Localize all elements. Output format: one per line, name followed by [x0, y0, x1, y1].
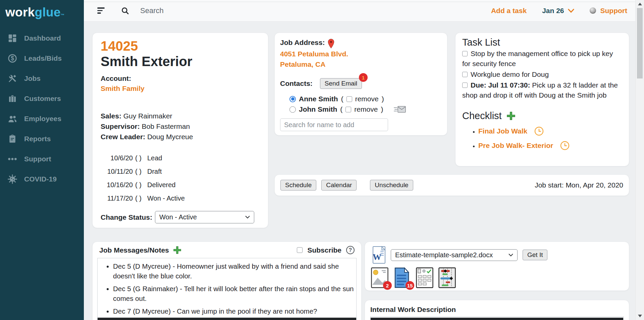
- workglue-logo[interactable]: workglue™: [0, 0, 84, 19]
- sphere-icon: [590, 7, 596, 14]
- job-number: 14025: [101, 38, 260, 54]
- search-input[interactable]: [140, 6, 355, 15]
- status-history-row: 10/16/20( )Delivered: [101, 178, 260, 192]
- account-link[interactable]: Smith Family: [101, 85, 145, 93]
- sidebar-item-support[interactable]: Support: [0, 149, 84, 169]
- documents-card: W Estimate-template-sample2.docx Get It …: [365, 242, 629, 291]
- messages-scroll-box[interactable]: Dec 5 (D Mycreue) - Homeowner just walke…: [97, 258, 357, 320]
- sidebar-item-reports[interactable]: Reports: [0, 129, 84, 149]
- job-documents-icon[interactable]: 15: [393, 267, 411, 288]
- sidebar-item-jobs[interactable]: Jobs: [0, 68, 84, 89]
- sidebar-item-covid19[interactable]: COVID-19: [0, 169, 84, 189]
- unschedule-button[interactable]: Unschedule: [370, 180, 413, 191]
- sidebar-item-employees[interactable]: Employees: [0, 109, 84, 129]
- checklist-link[interactable]: Final Job Walk: [478, 127, 527, 135]
- sidebar-item-customers[interactable]: Customers: [0, 89, 84, 109]
- change-status-label: Change Status:: [101, 213, 152, 221]
- send-email-button[interactable]: Send Email: [320, 78, 362, 89]
- gantt-schedule-icon[interactable]: [438, 267, 456, 288]
- menu-toggle-icon[interactable]: [97, 7, 105, 14]
- internal-work-description-title: Internal Work Description: [370, 305, 624, 314]
- message-item: Dec 7 (D Mycreue) - Can we jump in the p…: [113, 306, 356, 316]
- svg-text:W: W: [373, 252, 381, 262]
- checklist-link[interactable]: Pre Job Walk- Exterior: [478, 142, 553, 149]
- template-select-value: Estimate-template-sample2.docx: [395, 251, 493, 259]
- job-name: Smith Exterior: [101, 54, 260, 69]
- task-checkbox[interactable]: [462, 51, 468, 56]
- status-history: 10/6/20( )Lead 10/11/20( )Draft 10/16/20…: [101, 151, 260, 205]
- checklist: Final Job Walk Pre Job Walk- Exterior: [462, 126, 622, 151]
- top-divider: [84, 2, 635, 2]
- add-message-icon[interactable]: [173, 246, 181, 254]
- remove-contact-checkbox[interactable]: [345, 107, 351, 112]
- add-task-link[interactable]: Add a task: [491, 7, 527, 15]
- people-icon: [7, 114, 17, 124]
- topbar-actions: Add a task Jan 26 Support: [491, 7, 627, 15]
- remove-contact-checkbox[interactable]: [346, 96, 352, 102]
- support-link[interactable]: Support: [590, 7, 627, 15]
- sidebar-item-label: Jobs: [24, 74, 41, 83]
- clock-icon[interactable]: [534, 126, 544, 136]
- status-history-row: 10/11/20( )Draft: [101, 165, 260, 178]
- task-item: Stop by the management office to pick up…: [462, 49, 622, 69]
- dollar-circle-icon: $: [7, 53, 17, 63]
- address-line1-link[interactable]: 4051 Petaluma Blvd.: [280, 49, 348, 59]
- scrollbar-up-arrow[interactable]: [636, 1, 644, 7]
- ellipsis-icon: [7, 154, 17, 164]
- contact-radio[interactable]: [289, 106, 296, 113]
- help-icon[interactable]: ?: [346, 246, 355, 254]
- dashboard-grid-icon: [7, 33, 17, 43]
- sidebar-item-dashboard[interactable]: Dashboard: [0, 28, 84, 48]
- message-item: Dec 5 (G Rainmaker) - Tell her it will l…: [113, 284, 356, 303]
- send-mail-icon[interactable]: [393, 105, 406, 113]
- scrollbar-thumb[interactable]: [637, 8, 643, 78]
- task-list-card: Task List Stop by the management office …: [455, 33, 629, 166]
- job-messages-title: Job Messages/Notes: [99, 246, 169, 254]
- account-label: Account:: [101, 74, 260, 83]
- change-status-row: Change Status: Won - Active: [101, 211, 260, 223]
- internal-description-box[interactable]: [370, 316, 624, 320]
- job-summary-card: 14025 Smith Exterior Account: Smith Fami…: [92, 33, 268, 228]
- change-status-select[interactable]: Won - Active: [155, 211, 254, 223]
- field-sales: Sales: Guy Rainmaker: [101, 111, 260, 121]
- add-checklist-icon[interactable]: [506, 111, 516, 120]
- forms-checklist-icon[interactable]: [416, 267, 433, 288]
- photos-icon[interactable]: 2: [371, 267, 388, 288]
- contact-search-input[interactable]: [280, 118, 388, 131]
- contacts-label: Contacts:: [280, 79, 313, 88]
- job-messages-card: Job Messages/Notes Subscribe ? Dec 5 (D …: [92, 242, 362, 320]
- map-pin-icon[interactable]: [327, 39, 335, 49]
- sidebar: workglue™ Dashboard $ Leads/Bids Jobs Cu…: [0, 0, 84, 320]
- template-select[interactable]: Estimate-template-sample2.docx: [391, 249, 518, 261]
- clock-icon[interactable]: [560, 141, 570, 151]
- photos-count-badge: 2: [383, 281, 392, 290]
- sidebar-item-label: COVID-19: [24, 175, 57, 183]
- scrollbar-down-arrow[interactable]: [636, 313, 644, 319]
- search-icon[interactable]: [121, 6, 129, 15]
- subscribe-checkbox[interactable]: [297, 247, 303, 253]
- checklist-item: Final Job Walk: [478, 126, 622, 136]
- change-status-value: Won - Active: [159, 213, 197, 221]
- contact-row-john: John Smith ( remove ): [289, 105, 442, 113]
- page-scrollbar[interactable]: [635, 0, 644, 320]
- schedule-button[interactable]: Schedule: [280, 180, 316, 191]
- documents-count-badge: 15: [406, 281, 414, 290]
- chevron-down-icon: [245, 216, 250, 219]
- clipboard-icon: [7, 134, 17, 144]
- sidebar-item-label: Dashboard: [24, 34, 61, 42]
- address-line2-link[interactable]: Petaluma, CA: [280, 59, 325, 69]
- sidebar-item-leads-bids[interactable]: $ Leads/Bids: [0, 48, 84, 68]
- task-checkbox[interactable]: [462, 72, 468, 77]
- task-checkbox[interactable]: [462, 83, 468, 88]
- contact-radio-selected[interactable]: [289, 96, 296, 102]
- logo-trademark: ™: [61, 13, 64, 17]
- get-it-button[interactable]: Get It: [523, 250, 547, 260]
- job-address-label: Job Address:: [280, 39, 325, 47]
- date-dropdown-label: Jan 26: [542, 7, 564, 15]
- checklist-title: Checklist: [462, 110, 502, 121]
- calendar-button[interactable]: Calendar: [321, 180, 357, 191]
- date-dropdown[interactable]: Jan 26: [542, 7, 574, 15]
- clipped-content-strip: [371, 318, 623, 320]
- contact-row-anne: Anne Smith ( remove ): [289, 95, 442, 103]
- email-count-badge: 1: [359, 73, 368, 82]
